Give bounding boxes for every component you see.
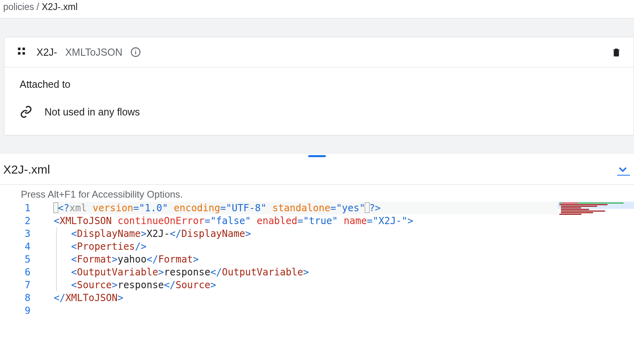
info-icon[interactable]: [130, 47, 141, 57]
collapse-editor-icon[interactable]: [617, 164, 628, 175]
accessibility-hint: Press Alt+F1 for Accessibility Options.: [0, 185, 634, 202]
svg-point-6: [135, 50, 136, 51]
policy-card-header: X2J- XMLToJSON: [4, 37, 634, 67]
svg-rect-1: [22, 48, 25, 50]
editor-code[interactable]: <?xml version="1.0" encoding="UTF-8" sta…: [54, 202, 634, 317]
policy-type-icon: [16, 46, 28, 58]
editor-header: X2J-.xml: [0, 158, 634, 185]
editor-filename: X2J-.xml: [3, 163, 50, 176]
code-editor[interactable]: 1 2 3 4 5 6 7 8 9 <?xml version="1.0" en…: [0, 202, 634, 317]
breadcrumb-parent[interactable]: policies: [3, 2, 34, 12]
svg-rect-0: [18, 48, 20, 50]
policy-card-body: Attached to Not used in any flows: [4, 67, 634, 135]
svg-rect-2: [18, 52, 20, 55]
policy-name: X2J-: [37, 47, 57, 58]
line-number: 5: [0, 253, 30, 266]
line-number: 1: [0, 202, 30, 214]
line-number: 4: [0, 240, 30, 253]
line-number: 7: [0, 279, 30, 291]
delete-icon[interactable]: [611, 47, 622, 57]
line-number: 3: [0, 227, 30, 240]
breadcrumb-sep: /: [34, 2, 42, 12]
breadcrumb-current: X2J-.xml: [42, 2, 77, 12]
editor-gutter: 1 2 3 4 5 6 7 8 9: [0, 202, 35, 317]
line-number: 9: [0, 304, 30, 317]
panel-resize-handle[interactable]: [0, 154, 634, 158]
attached-to-status: Not used in any flows: [45, 106, 140, 118]
breadcrumb: policies / X2J-.xml: [0, 0, 634, 18]
policy-card: X2J- XMLToJSON Attached to: [4, 37, 634, 135]
svg-rect-3: [22, 52, 25, 55]
line-number: 2: [0, 214, 30, 227]
editor-minimap[interactable]: [558, 202, 634, 317]
policy-type-label: XMLToJSON: [65, 47, 122, 58]
line-number: 8: [0, 291, 30, 304]
attached-to-row: Not used in any flows: [20, 105, 618, 118]
attached-to-label: Attached to: [20, 79, 618, 90]
line-number: 6: [0, 266, 30, 279]
policy-summary-section: X2J- XMLToJSON Attached to: [0, 18, 634, 154]
link-icon: [20, 105, 33, 118]
